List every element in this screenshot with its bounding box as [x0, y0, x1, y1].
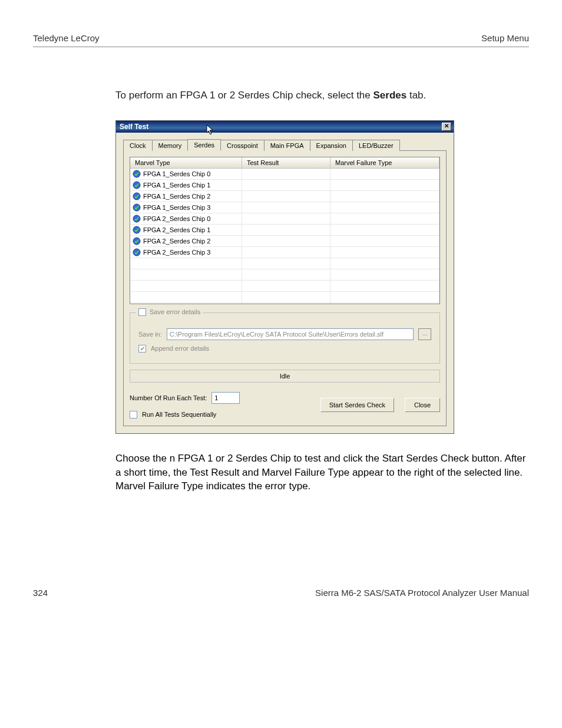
run-all-label: Run All Tests Sequentially: [142, 411, 216, 418]
status-check-icon: [133, 192, 141, 200]
row-test-result: [242, 247, 330, 258]
status-check-icon: [133, 170, 141, 178]
row-label: FPGA 2_Serdes Chip 3: [143, 249, 210, 256]
page-header: Teledyne LeCroy Setup Menu: [33, 33, 529, 47]
tab-memory[interactable]: Memory: [152, 140, 189, 151]
col-test-result[interactable]: Test Result: [242, 157, 330, 168]
table-row[interactable]: FPGA 1_Serdes Chip 1: [130, 180, 439, 191]
table-row[interactable]: FPGA 2_Serdes Chip 2: [130, 236, 439, 247]
save-error-checkbox[interactable]: [138, 308, 146, 316]
row-label: FPGA 2_Serdes Chip 1: [143, 226, 210, 233]
outro-b: Start Serdes Check: [382, 453, 469, 464]
table-row-empty: [130, 303, 439, 304]
tab-main-fpga[interactable]: Main FPGA: [264, 140, 310, 151]
table-row-empty: [130, 269, 439, 281]
row-test-result: [242, 213, 330, 224]
tab-crosspoint[interactable]: Crosspoint: [220, 140, 265, 151]
dialog-title: Self Test: [120, 123, 148, 131]
table-row[interactable]: FPGA 2_Serdes Chip 0: [130, 213, 439, 225]
grid-header: Marvel Type Test Result Marvel Failure T…: [130, 157, 439, 169]
status-check-icon: [133, 215, 141, 223]
tab-serdes[interactable]: Serdes: [187, 139, 221, 151]
page-footer: 324 Sierra M6-2 SAS/SATA Protocol Analyz…: [33, 588, 529, 598]
col-marvel-type[interactable]: Marvel Type: [130, 157, 242, 168]
table-row[interactable]: FPGA 2_Serdes Chip 1: [130, 225, 439, 236]
tabstrip: ClockMemorySerdesCrosspointMain FPGAExpa…: [123, 139, 447, 151]
tab-led-buzzer[interactable]: LED/Buzzer: [352, 140, 400, 151]
intro-post: tab.: [406, 90, 426, 101]
close-icon[interactable]: ✕: [442, 123, 451, 131]
row-test-result: [242, 180, 330, 190]
cursor-icon: [206, 124, 216, 138]
status-check-icon: [133, 248, 141, 256]
header-right: Setup Menu: [481, 33, 529, 43]
save-error-label: Save error details: [150, 308, 200, 315]
start-serdes-check-button[interactable]: Start Serdes Check: [320, 398, 394, 412]
row-failure-type: [330, 169, 439, 179]
row-label: FPGA 1_Serdes Chip 0: [143, 170, 210, 177]
row-failure-type: [330, 180, 439, 190]
row-label: FPGA 2_Serdes Chip 2: [143, 238, 210, 245]
manual-title: Sierra M6-2 SAS/SATA Protocol Analyzer U…: [315, 588, 529, 598]
status-text: Idle: [280, 373, 290, 380]
row-test-result: [242, 236, 330, 246]
titlebar[interactable]: Self Test ✕: [116, 121, 454, 133]
outro-a: Choose the n FPGA 1 or 2 Serdes Chip to …: [115, 453, 382, 464]
status-check-icon: [133, 226, 141, 234]
outro-paragraph: Choose the n FPGA 1 or 2 Serdes Chip to …: [115, 452, 529, 493]
col-marvel-failure-type[interactable]: Marvel Failure Type: [330, 157, 439, 168]
page-number: 324: [33, 588, 48, 598]
table-row-empty: [130, 281, 439, 292]
intro-bold: Serdes: [373, 90, 406, 101]
row-failure-type: [330, 191, 439, 202]
row-test-result: [242, 191, 330, 202]
row-test-result: [242, 202, 330, 213]
tabpanel-serdes: Marvel Type Test Result Marvel Failure T…: [123, 151, 447, 426]
row-label: FPGA 1_Serdes Chip 1: [143, 182, 210, 189]
row-label: FPGA 2_Serdes Chip 0: [143, 215, 210, 222]
num-run-input[interactable]: [211, 392, 240, 404]
run-all-checkbox[interactable]: [130, 411, 137, 419]
row-failure-type: [330, 202, 439, 213]
table-row-empty: [130, 258, 439, 269]
group-legend: Save error details: [136, 308, 203, 316]
row-failure-type: [330, 213, 439, 224]
close-button[interactable]: Close: [405, 398, 440, 412]
append-label: Append error details: [151, 345, 209, 352]
num-run-label: Number Of Run Each Test:: [130, 394, 207, 401]
table-row-empty: [130, 292, 439, 303]
row-failure-type: [330, 225, 439, 235]
intro-pre: To perform an FPGA 1 or 2 Serdes Chip ch…: [115, 90, 373, 101]
row-test-result: [242, 169, 330, 179]
row-label: FPGA 1_Serdes Chip 3: [143, 204, 210, 211]
table-row[interactable]: FPGA 2_Serdes Chip 3: [130, 247, 439, 258]
tab-clock[interactable]: Clock: [123, 140, 153, 151]
header-left: Teledyne LeCroy: [33, 33, 100, 43]
row-label: FPGA 1_Serdes Chip 2: [143, 193, 210, 200]
status-check-icon: [133, 203, 141, 212]
status-check-icon: [133, 237, 141, 245]
save-path-input: [167, 328, 414, 340]
append-checkbox: ✔: [138, 345, 146, 353]
table-row[interactable]: FPGA 1_Serdes Chip 2: [130, 191, 439, 202]
tab-expansion[interactable]: Expansion: [310, 140, 353, 151]
results-grid: Marvel Type Test Result Marvel Failure T…: [130, 157, 440, 304]
status-check-icon: [133, 181, 141, 189]
row-failure-type: [330, 247, 439, 258]
table-row[interactable]: FPGA 1_Serdes Chip 3: [130, 202, 439, 213]
row-failure-type: [330, 236, 439, 246]
status-bar: Idle: [130, 370, 440, 383]
self-test-dialog: Self Test ✕ ClockMemorySerdesCrosspointM…: [115, 120, 454, 434]
save-error-details-group: Save error details Save in: ... ✔ Append…: [130, 312, 440, 364]
table-row[interactable]: FPGA 1_Serdes Chip 0: [130, 169, 439, 180]
intro-paragraph: To perform an FPGA 1 or 2 Serdes Chip ch…: [115, 88, 529, 103]
browse-button: ...: [418, 328, 431, 340]
row-test-result: [242, 225, 330, 235]
save-in-label: Save in:: [138, 331, 162, 338]
